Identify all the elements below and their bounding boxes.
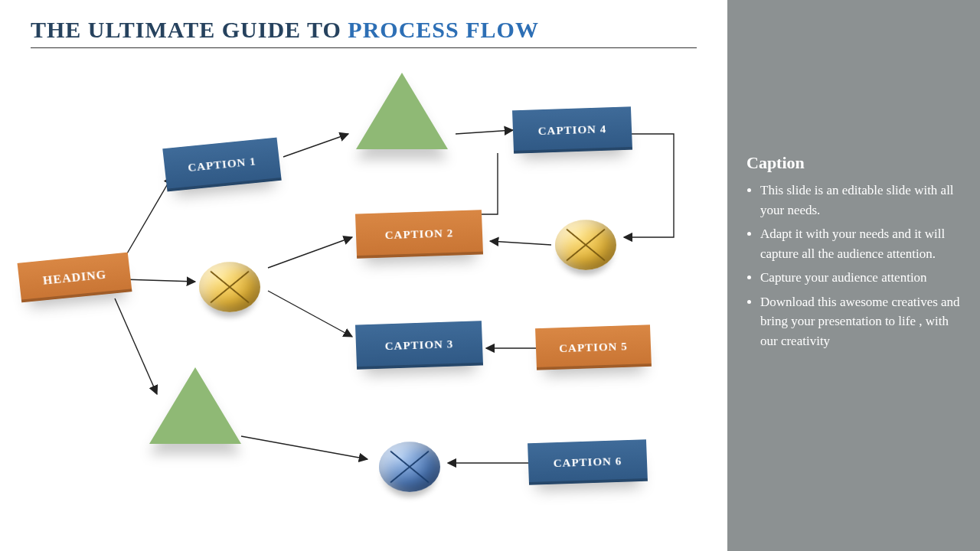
heading-label: HEADING — [42, 268, 107, 287]
caption-4-box: CAPTION 4 — [512, 106, 632, 153]
triangle-shape-bottom — [149, 367, 241, 444]
caption-1-box: CAPTION 1 — [162, 138, 281, 192]
sidebar-bullet: This slide is an editable slide with all… — [760, 181, 961, 220]
diagram-canvas: HEADING CAPTION 1 CAPTION 4 CAPTION 2 CA… — [0, 0, 727, 551]
svg-line-7 — [241, 436, 368, 459]
caption-1-label: CAPTION 1 — [188, 155, 257, 174]
caption-5-label: CAPTION 5 — [559, 341, 628, 355]
caption-6-box: CAPTION 6 — [528, 439, 648, 485]
circle-shape-blue — [379, 442, 440, 492]
caption-3-box: CAPTION 3 — [355, 321, 483, 370]
svg-line-8 — [490, 241, 551, 245]
caption-3-label: CAPTION 3 — [385, 338, 454, 353]
slide: THE ULTIMATE GUIDE TO PROCESS FLOW — [0, 0, 980, 551]
svg-line-4 — [456, 130, 513, 134]
svg-line-3 — [283, 134, 348, 157]
caption-5-box: CAPTION 5 — [535, 324, 652, 370]
svg-line-1 — [122, 279, 195, 282]
caption-2-box: CAPTION 2 — [355, 210, 483, 259]
caption-4-label: CAPTION 4 — [538, 123, 607, 138]
triangle-shape-top — [356, 73, 448, 149]
sidebar-panel: Caption This slide is an editable slide … — [727, 0, 980, 551]
circle-shape-gold-right — [555, 220, 616, 270]
caption-6-label: CAPTION 6 — [554, 455, 622, 470]
sidebar-bullet: Download this awesome creatives and brin… — [760, 292, 961, 351]
sidebar-bullet: Adapt it with your needs and it will cap… — [760, 224, 961, 263]
svg-line-6 — [268, 291, 352, 337]
sidebar-heading: Caption — [746, 153, 961, 173]
sidebar-bullet: Capture your audience attention — [760, 268, 961, 288]
sidebar-list: This slide is an editable slide with all… — [746, 181, 961, 350]
heading-box: HEADING — [18, 253, 132, 303]
svg-line-5 — [268, 237, 352, 268]
circle-shape-gold-left — [199, 262, 260, 312]
caption-2-label: CAPTION 2 — [385, 227, 454, 242]
